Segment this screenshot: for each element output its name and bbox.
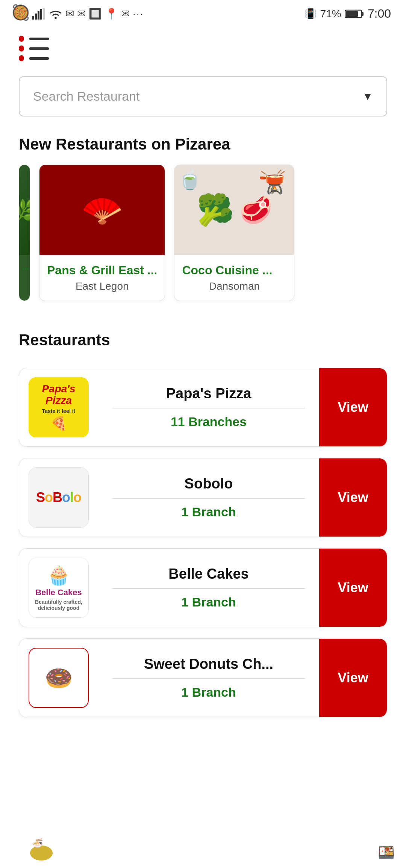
coco-cuisine-location: Dansoman bbox=[182, 280, 286, 292]
coco-cuisine-image: 🥦 🥩 🫕 🍵 bbox=[174, 165, 294, 255]
new-restaurants-title: New Restaurants on Pizarea bbox=[0, 128, 406, 165]
belle-cakes-name: Belle Cakes bbox=[102, 566, 315, 582]
menu-dot-2 bbox=[19, 45, 24, 51]
header bbox=[0, 24, 406, 69]
coco-cuisine-name: Coco Cuisine ... bbox=[182, 263, 286, 277]
papas-pizza-logo: Papa'sPizza Taste it feel it 🍕 bbox=[29, 377, 89, 437]
restaurant-item-sobolo: SoBolo Sobolo 1 Branch View bbox=[19, 458, 387, 537]
sweet-donuts-logo: 🍩 bbox=[29, 648, 89, 708]
papas-pizza-divider bbox=[112, 408, 304, 408]
sweet-donuts-name: Sweet Donuts Ch... bbox=[102, 656, 315, 672]
svg-rect-0 bbox=[32, 16, 34, 20]
sweet-donuts-divider bbox=[112, 678, 304, 679]
vibrate-icon: 📳 bbox=[304, 8, 317, 20]
menu-dot-1 bbox=[19, 36, 24, 42]
carousel-card-pans-grill[interactable]: 🪭 🍜 🍱 🥘 Pans & Grill East ... Ea bbox=[39, 165, 165, 301]
notif-icon: 🔲 bbox=[89, 8, 102, 20]
status-icons: ✉ ✉ 🔲 📍 ✉ ··· bbox=[32, 8, 144, 20]
svg-rect-3 bbox=[40, 9, 42, 20]
mail-icon-2: ✉ bbox=[77, 8, 86, 20]
papas-pizza-branches: 11 Branches bbox=[102, 414, 315, 429]
sobolo-divider bbox=[112, 498, 304, 499]
restaurants-title: Restaurants bbox=[19, 324, 387, 360]
svg-rect-4 bbox=[43, 8, 45, 20]
sweet-donuts-view-button[interactable]: View bbox=[319, 639, 387, 717]
pans-grill-location: East Legon bbox=[47, 280, 157, 292]
sweet-donuts-info: Sweet Donuts Ch... 1 Branch bbox=[98, 639, 319, 717]
sweet-donuts-branches: 1 Branch bbox=[102, 685, 315, 700]
restaurant-list: Papa'sPizza Taste it feel it 🍕 Papa's Pi… bbox=[19, 368, 387, 717]
svg-rect-8 bbox=[346, 11, 358, 17]
sweet-donuts-icon: 🍩 bbox=[45, 665, 73, 691]
svg-rect-1 bbox=[35, 14, 37, 20]
battery-text: 71% bbox=[320, 8, 341, 20]
belle-cakes-logo-text: Belle Cakes bbox=[35, 588, 82, 597]
belle-cakes-view-button[interactable]: View bbox=[319, 549, 387, 627]
menu-dot-3 bbox=[19, 55, 24, 61]
svg-point-5 bbox=[55, 17, 56, 19]
sweet-donuts-logo-container: 🍩 bbox=[19, 639, 98, 717]
papas-logo-text: Papa'sPizza bbox=[42, 383, 75, 407]
sobolo-view-button[interactable]: View bbox=[319, 458, 387, 537]
svg-rect-2 bbox=[38, 11, 39, 20]
papas-logo-sub: Taste it feel it bbox=[42, 408, 75, 414]
belle-cakes-logo: 🧁 Belle Cakes Beautifully crafted, delic… bbox=[29, 558, 89, 618]
menu-line-1 bbox=[29, 38, 49, 40]
status-left: 3G ✉ ✉ 🔲 📍 ✉ bbox=[15, 8, 144, 20]
belle-cakes-branches: 1 Branch bbox=[102, 595, 315, 609]
sobolo-branches: 1 Branch bbox=[102, 505, 315, 519]
time-display: 7:00 bbox=[368, 7, 391, 21]
restaurant-item-sweet-donuts: 🍩 Sweet Donuts Ch... 1 Branch View bbox=[19, 638, 387, 717]
location-icon: 📍 bbox=[105, 8, 118, 20]
search-dropdown[interactable]: Search Restaurant ▼ bbox=[19, 76, 387, 116]
signal-icon bbox=[32, 8, 46, 20]
wifi-icon bbox=[49, 8, 62, 20]
carousel-card-coco-cuisine[interactable]: 🥦 🥩 🫕 🍵 Coco Cuisine ... Dansoman bbox=[174, 165, 294, 301]
search-placeholder: Search Restaurant bbox=[33, 89, 140, 104]
belle-cakes-divider bbox=[112, 588, 304, 589]
carousel-partial-card[interactable]: 🌿 ... bbox=[19, 165, 30, 301]
sobolo-info: Sobolo 1 Branch bbox=[98, 458, 319, 537]
search-container: Search Restaurant ▼ bbox=[0, 69, 406, 128]
sobolo-logo-text: SoBolo bbox=[36, 490, 81, 505]
belle-cakes-info: Belle Cakes 1 Branch bbox=[98, 549, 319, 627]
sobolo-logo: SoBolo bbox=[29, 467, 89, 528]
papas-pizza-name: Papa's Pizza bbox=[102, 386, 315, 402]
papas-pizza-info: Papa's Pizza 11 Branches bbox=[98, 368, 319, 446]
papas-pizza-view-button[interactable]: View bbox=[319, 368, 387, 446]
pans-grill-name: Pans & Grill East ... bbox=[47, 263, 157, 277]
mail-icon-1: ✉ bbox=[65, 8, 74, 20]
restaurants-section: Restaurants Papa'sPizza Taste it feel it… bbox=[0, 312, 406, 717]
sobolo-logo-container: SoBolo bbox=[19, 458, 98, 537]
menu-line-2 bbox=[29, 47, 49, 50]
status-right: 📳 71% 7:00 bbox=[304, 7, 391, 21]
belle-tagline: Beautifully crafted, deliciously good bbox=[29, 599, 88, 611]
coco-cuisine-info: Coco Cuisine ... Dansoman bbox=[174, 255, 294, 301]
belle-cakes-icon: 🧁 bbox=[47, 564, 70, 586]
more-icon: ··· bbox=[133, 8, 144, 20]
pans-grill-info: Pans & Grill East ... East Legon bbox=[39, 255, 165, 301]
restaurant-item-papas-pizza: Papa'sPizza Taste it feel it 🍕 Papa's Pi… bbox=[19, 368, 387, 447]
sobolo-name: Sobolo bbox=[102, 476, 315, 492]
menu-line-3 bbox=[29, 57, 49, 60]
dropdown-arrow-icon: ▼ bbox=[362, 91, 373, 103]
status-bar: 3G ✉ ✉ 🔲 📍 ✉ bbox=[0, 0, 406, 24]
belle-cakes-logo-container: 🧁 Belle Cakes Beautifully crafted, delic… bbox=[19, 549, 98, 627]
new-restaurants-carousel: 🌿 ... 🪭 🍜 🍱 bbox=[0, 165, 406, 312]
papas-pizza-logo-container: Papa'sPizza Taste it feel it 🍕 bbox=[19, 368, 98, 446]
battery-icon bbox=[345, 9, 364, 19]
pans-grill-image: 🪭 🍜 🍱 🥘 bbox=[39, 165, 165, 255]
mail-icon-3: ✉ bbox=[121, 8, 130, 20]
svg-rect-7 bbox=[362, 12, 364, 16]
restaurant-item-belle-cakes: 🧁 Belle Cakes Beautifully crafted, delic… bbox=[19, 548, 387, 627]
menu-button[interactable] bbox=[19, 36, 49, 61]
